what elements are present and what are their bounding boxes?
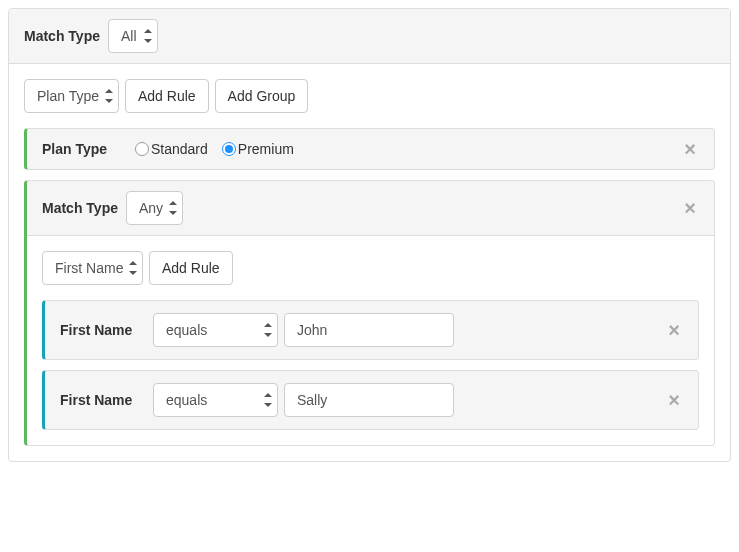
rule-field-label: First Name: [60, 392, 145, 408]
value-input[interactable]: [284, 313, 454, 347]
nested-body: First Name Add Rule First Name equals: [27, 236, 714, 445]
add-rule-button[interactable]: Add Rule: [125, 79, 209, 113]
add-group-button[interactable]: Add Group: [215, 79, 309, 113]
root-body: Plan Type Add Rule Add Group Plan Type S…: [9, 64, 730, 461]
rule-plan-type: Plan Type Standard Premium ×: [24, 128, 715, 170]
close-icon: ×: [668, 389, 680, 411]
radio-label-premium: Premium: [238, 141, 294, 157]
radio-standard-input[interactable]: [135, 142, 149, 156]
radio-option-standard[interactable]: Standard: [135, 141, 208, 157]
radio-group-plan-type: Standard Premium: [135, 141, 302, 157]
rule-controls: equals: [153, 383, 454, 417]
rule-field-label: Plan Type: [42, 141, 127, 157]
match-type-select[interactable]: Any: [126, 191, 183, 225]
close-icon: ×: [684, 138, 696, 160]
radio-label-standard: Standard: [151, 141, 208, 157]
remove-rule-button[interactable]: ×: [680, 139, 700, 159]
close-icon: ×: [668, 319, 680, 341]
match-type-label: Match Type: [42, 200, 118, 216]
rule-field-label: First Name: [60, 322, 145, 338]
operator-select[interactable]: equals: [153, 313, 278, 347]
rule-first-name: First Name equals ×: [42, 300, 699, 360]
radio-premium-input[interactable]: [222, 142, 236, 156]
root-header: Match Type All: [9, 9, 730, 64]
nested-group: Match Type Any × First Name: [24, 180, 715, 446]
nested-header: Match Type Any ×: [27, 181, 714, 236]
query-builder-root: Match Type All Plan Type Add Rule Add Gr…: [8, 8, 731, 462]
add-rule-button[interactable]: Add Rule: [149, 251, 233, 285]
match-type-label: Match Type: [24, 28, 100, 44]
operator-select[interactable]: equals: [153, 383, 278, 417]
rule-first-name: First Name equals ×: [42, 370, 699, 430]
rule-type-select[interactable]: First Name: [42, 251, 143, 285]
value-input[interactable]: [284, 383, 454, 417]
remove-group-button[interactable]: ×: [680, 198, 700, 218]
radio-option-premium[interactable]: Premium: [222, 141, 294, 157]
root-toolbar: Plan Type Add Rule Add Group: [24, 79, 715, 113]
close-icon: ×: [684, 197, 696, 219]
rule-type-select[interactable]: Plan Type: [24, 79, 119, 113]
match-type-select[interactable]: All: [108, 19, 158, 53]
rule-controls: equals: [153, 313, 454, 347]
nested-toolbar: First Name Add Rule: [42, 251, 699, 285]
remove-rule-button[interactable]: ×: [664, 320, 684, 340]
remove-rule-button[interactable]: ×: [664, 390, 684, 410]
